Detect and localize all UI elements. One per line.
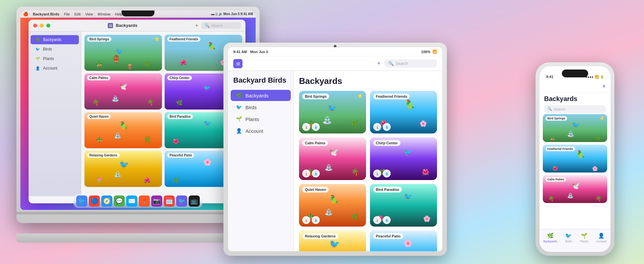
mac-menu-file[interactable]: File [64,12,70,16]
ipad-card-label-calm-palms: Calm Palms [302,140,328,146]
iphone-card-feathered-friends[interactable]: 🦜 🌺 🌸 Feathered Friends ☆ [543,145,607,173]
dock-maps[interactable]: 📍 [139,195,150,207]
iphone-add-button[interactable]: + [602,83,606,90]
dock-calendar[interactable]: 🗓️ [164,195,175,207]
mac-card-quiet-haven[interactable]: 🦜 🪴 🌿 ⛲ Quiet Haven ☆ [84,112,162,148]
iphone-search-icon: 🔍 [547,107,552,111]
ipad-card-star-quiet-haven[interactable]: ☆ [359,187,363,192]
dock-messages[interactable]: 💬 [114,195,125,207]
mac-search-bar[interactable]: 🔍 Search [201,22,241,29]
ipad-search-bar[interactable]: 🔍 Search [384,59,437,68]
mac-menu-edit[interactable]: Edit [74,12,80,16]
mac-card-star-bird-springs[interactable]: ⭐ [154,37,159,41]
ipad-add-button[interactable]: + [377,60,380,67]
mac-minimize-button[interactable] [40,24,44,28]
ipad-card-star-relaxing-gardens[interactable]: ☆ [359,233,363,238]
iphone-cards-list: 🐦 🪴 🌿 ⛲ Bird Springs ⭐ 🦜 🌺 🌸 [540,114,610,219]
ipad-card-relaxing-gardens[interactable]: 🐦 🌷 🌺 ⛲ Relaxing Gardens ☆ [299,231,366,251]
ipad-card-bird-springs[interactable]: 🐦 🪴 🌿 ⛲ 🌡️ 💧 Bird Springs ⭐ [299,91,366,133]
ipad-card-star-peaceful-patio[interactable]: ☆ [430,233,434,238]
ipad-card-quiet-haven[interactable]: 🦜 🪴 🌿 ⛲ 🌡️ 💧 Quiet Haven ☆ [299,184,366,227]
iphone-search-bar[interactable]: 🔍 Search [544,105,606,113]
iphone-card-bird-springs[interactable]: 🐦 🪴 🌿 ⛲ Bird Springs ⭐ [543,114,607,142]
ipad-card-star-feathered-friends[interactable]: ☆ [430,93,434,98]
ipad-sidebar-toggle[interactable]: ▤ [233,59,242,68]
ipad-sidebar-label-plants: Plants [245,116,259,122]
ipad-content: Backyard Birds 🌿 Backyards 🐦 Birds 🌱 Pla… [228,71,442,251]
iphone-wifi-icon: 📶 [595,75,599,79]
ipad-badge-9: 🌡️ [302,216,310,224]
ipad-time: 9:41 AM [233,50,247,54]
mac-app-window: ▤ Backyards + 🔍 Search [29,20,245,203]
iphone-tab-backyards-icon: 🌿 [547,232,554,239]
iphone-tab-birds-icon: 🐦 [565,232,572,239]
ipad-card-label-quiet-haven: Quiet Haven [302,187,329,193]
birds-icon: 🐦 [35,47,40,52]
mac-menu-window[interactable]: Window [98,12,110,16]
iphone-item-star-calm-palms[interactable]: ☆ [601,177,605,181]
ipad-card-label-relaxing-gardens: Relaxing Gardens [302,233,338,239]
ipad-card-feathered-friends[interactable]: 🦜 🌺 🌸 🌡️ 💧 Feathered Friends ☆ [370,91,437,133]
ipad-card-peaceful-patio[interactable]: 🌸 🌿 🌺 Peaceful Patio ☆ [370,231,437,251]
iphone-tab-birds[interactable]: 🐦 Birds [565,232,572,243]
ipad-card-label-chirp-center: Chirp Center [373,140,401,146]
iphone-dynamic-island [562,70,588,77]
iphone-tab-plants-icon: 🌱 [581,232,588,239]
dock-safari[interactable]: 🧭 [101,195,112,207]
dock-appletv[interactable]: 📺 [189,195,200,207]
ipad-card-star-chirp-center[interactable]: ☆ [430,140,434,145]
iphone-tab-account[interactable]: 👤 Account [596,232,607,243]
iphone-tab-plants[interactable]: 🌱 Plants [580,232,588,243]
iphone-item-star-feathered-friends[interactable]: ☆ [601,147,605,151]
dock-mail[interactable]: ✉️ [126,195,137,207]
dock-finder[interactable]: 🐦 [76,195,87,207]
iphone-tab-backyards[interactable]: 🌿 Backyards [543,232,557,243]
mac-menu-view[interactable]: View [85,12,93,16]
mac-sidebar-birds[interactable]: 🐦 Birds [31,45,79,54]
mac-card-star-relaxing-gardens[interactable]: ☆ [156,153,159,157]
mac-menu-appname[interactable]: Backyard Birds [33,12,59,16]
mac-card-star-quiet-haven[interactable]: ☆ [156,114,159,119]
macbook-hinge [16,212,260,214]
ipad-card-calm-palms[interactable]: 🕊️ 🌴 🌴 ⛲ 🌡️ 💧 Calm Palms ☆ [299,137,366,180]
iphone-item-star-bird-springs[interactable]: ⭐ [600,116,605,120]
ipad-card-bird-paradise[interactable]: 🐦 🌺 🌸 🌡️ 💧 Bird Paradise ☆ [370,184,437,227]
iphone-tab-backyards-label: Backyards [543,240,557,243]
iphone-status-right: ●●●● 📶 🔋 [586,75,604,79]
ipad-birds-icon: 🐦 [236,104,242,110]
ipad-card-star-bird-paradise[interactable]: ☆ [430,187,434,192]
ipad-sidebar-birds[interactable]: 🐦 Birds [231,102,291,113]
ipad-sidebar-backyards[interactable]: 🌿 Backyards [231,90,291,101]
mac-card-bird-springs[interactable]: 🐦 🪴 🌿 🏺 🪵 Bird Springs ⭐ [84,35,162,71]
mac-search-placeholder: Search [211,24,223,28]
ipad-card-star-bird-springs[interactable]: ⭐ [357,93,363,98]
mac-add-button[interactable]: + [195,23,198,29]
iphone-toolbar: + [540,81,610,92]
dock-backyard-birds[interactable]: 🐦 [176,195,187,207]
mac-close-button[interactable] [33,24,37,28]
ipad-main-content: Backyards 🐦 🪴 🌿 ⛲ 🌡️ � [294,71,442,251]
mac-sidebar-plants[interactable]: 🌱 Plants [31,54,79,63]
mac-card-label-relaxing-gardens: Relaxing Gardens [87,153,120,158]
mac-maximize-button[interactable] [46,24,50,28]
ipad-card-star-calm-palms[interactable]: ☆ [359,140,363,145]
mac-card-star-calm-palms[interactable]: ☆ [156,75,159,80]
mac-card-calm-palms[interactable]: 🕊️ 🌴 🌴 ⛲ Calm Palms ☆ [84,73,162,110]
mac-sidebar-backyards[interactable]: 🌿 Backyards [31,35,79,44]
ipad-sidebar-plants[interactable]: 🌱 Plants [231,113,291,125]
ipad-badge-2: 💧 [312,123,320,131]
mac-sidebar-account[interactable]: 👤 Account [31,64,79,73]
macbook-screen-bezel: 🍎 Backyard Birds File Edit View Window H… [20,10,256,210]
iphone-card-calm-palms[interactable]: 🕊️ 🌴 🌴 ⛲ Calm Palms ☆ [543,175,607,203]
ipad-sidebar-account[interactable]: 👤 Account [231,125,291,136]
ipad-device: 9:41 AM Mon Jun 5 100% 📶 ▤ + 🔍 Search [223,43,447,256]
dock-launchpad[interactable]: 🔵 [89,195,100,207]
mac-card-relaxing-gardens[interactable]: 🐦 🌷 🌺 ⛲ Relaxing Gardens ☆ [84,151,162,187]
ipad-date: Mon Jun 5 [250,50,268,54]
mac-window-title: Backyards [116,23,137,28]
mac-card-star-feathered-friends[interactable]: ☆ [236,37,240,41]
ipad-card-label-peaceful-patio: Peaceful Patio [373,233,403,239]
dock-photos[interactable]: 📷 [151,195,162,207]
ipad-sidebar-label-birds: Birds [245,105,257,110]
ipad-card-chirp-center[interactable]: 🐦 🌿 🌺 🌡️ 💧 Chirp Center ☆ [370,137,437,180]
